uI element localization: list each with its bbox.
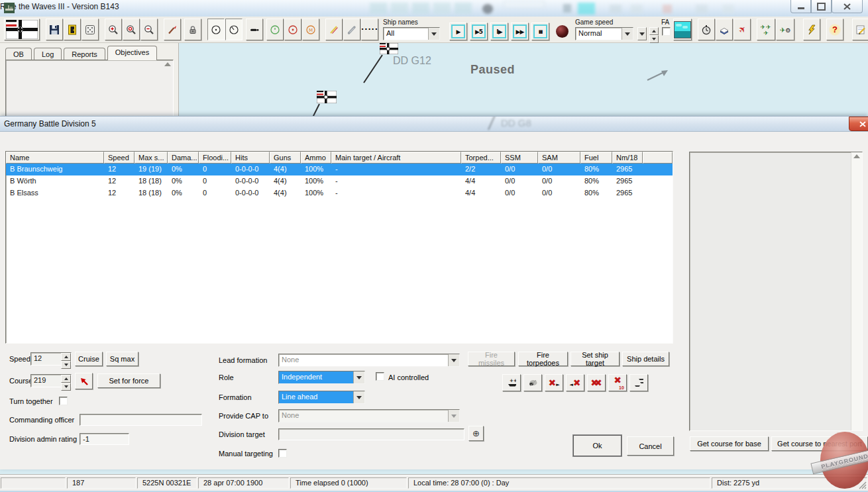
aircraft-climb-button[interactable]: ✈	[733, 19, 751, 40]
range-circle-button[interactable]	[207, 19, 225, 40]
tab-objectives[interactable]: Objectives	[107, 46, 157, 60]
step-up-button[interactable]	[649, 27, 659, 35]
cruise-button[interactable]: Cruise	[75, 352, 103, 366]
save-button[interactable]	[46, 19, 63, 40]
speed-down-button[interactable]	[61, 361, 71, 369]
range-circle-tick-button[interactable]	[225, 19, 243, 40]
tab-log[interactable]: Log	[34, 48, 62, 60]
paintbrush-button[interactable]	[164, 19, 181, 40]
dropdown-button[interactable]	[353, 371, 364, 383]
dotted-track-button[interactable]: .....	[361, 19, 378, 40]
column-header[interactable]: Nm/18	[612, 152, 643, 164]
speed-up-button[interactable]	[61, 353, 71, 361]
ai-controlled-checkbox[interactable]	[376, 372, 384, 381]
ship-names-select[interactable]: All	[383, 27, 440, 40]
column-header[interactable]: Floodi...	[199, 152, 231, 164]
ship-row[interactable]: B Elsass1218 (18)0%00-0-0-04(4)100%-4/40…	[6, 187, 673, 199]
dropdown-button[interactable]	[622, 28, 633, 40]
column-header[interactable]: Fuel	[580, 152, 612, 164]
turn-together-checkbox[interactable]	[59, 397, 68, 405]
formation-select[interactable]: Line ahead	[278, 391, 365, 404]
detach-all-button[interactable]: ✖✖	[587, 374, 606, 391]
speed-stepper[interactable]	[649, 27, 659, 40]
torpedo-marker-button[interactable]	[246, 19, 263, 40]
scrollbar[interactable]	[851, 152, 862, 430]
scroll-up-icon[interactable]	[164, 62, 171, 66]
play-button[interactable]: ▶	[449, 23, 467, 40]
nation-flag-button[interactable]	[4, 19, 40, 40]
column-header[interactable]: Guns	[270, 152, 301, 164]
course-down-button[interactable]	[61, 383, 71, 391]
course-spinner[interactable]: 219	[30, 374, 72, 387]
column-header[interactable]: Dama...	[168, 152, 199, 164]
aircraft-settings-button[interactable]: ✈⚙	[776, 19, 794, 40]
zoom-reset-button[interactable]	[123, 19, 140, 40]
ok-button[interactable]: Ok	[573, 435, 622, 456]
step-down-button[interactable]	[649, 35, 659, 43]
column-header[interactable]: SAM	[538, 152, 580, 164]
role-select[interactable]: Independent	[278, 371, 365, 384]
exit-door-button[interactable]	[64, 19, 81, 40]
game-speed-select[interactable]: Normal	[575, 27, 633, 40]
dropdown-button[interactable]	[428, 28, 439, 40]
dice-button[interactable]	[81, 19, 99, 40]
close-button[interactable]	[832, 0, 863, 13]
shell-splash-button[interactable]	[325, 19, 343, 40]
titlebar[interactable]: Rule the Waves III - Version B143	[0, 0, 868, 17]
detail-list-panel[interactable]	[689, 152, 863, 431]
get-course-to-nearest-port-button[interactable]: Get course to nearest port	[771, 436, 868, 451]
tab-ob[interactable]: OB	[5, 48, 32, 60]
ship-row[interactable]: B Braunschweig1219 (19)0%00-0-0-04(4)100…	[6, 164, 673, 175]
division-target-field[interactable]	[278, 428, 464, 440]
ship-details-button[interactable]: Ship details	[622, 352, 669, 366]
sea-view-button[interactable]	[673, 19, 692, 40]
commanding-officer-field[interactable]	[80, 414, 202, 426]
play-fast-button[interactable]: ▶▶	[511, 23, 529, 40]
manual-targeting-checkbox[interactable]	[278, 449, 287, 458]
stopwatch-button[interactable]	[698, 19, 715, 40]
fa-checkbox[interactable]	[662, 27, 671, 36]
notes-button[interactable]	[852, 19, 868, 40]
air-strike-button[interactable]	[803, 19, 820, 40]
column-header[interactable]: Ammo	[301, 152, 331, 164]
lead-formation-select[interactable]: None	[278, 354, 460, 367]
play-5-button[interactable]: ▶5	[470, 23, 488, 40]
column-header[interactable]: Torped...	[461, 152, 501, 164]
set-course-arrow-button[interactable]	[75, 373, 93, 389]
maximize-button[interactable]	[811, 0, 832, 13]
ship-marker-dd-g12[interactable]: DD G12	[361, 43, 447, 89]
resize-grip[interactable]	[858, 481, 867, 489]
division-admin-rating-field[interactable]: -1	[80, 433, 129, 445]
log-book-button[interactable]	[716, 19, 733, 40]
scroll-up-icon[interactable]	[853, 154, 860, 158]
torpedo-track-button[interactable]	[343, 19, 360, 40]
column-header[interactable]: Max s...	[135, 152, 168, 164]
lock-button[interactable]	[184, 19, 201, 40]
set-for-force-button[interactable]: Set for force	[97, 373, 160, 388]
dropdown-button[interactable]	[353, 391, 364, 403]
zoom-out-button[interactable]	[140, 19, 158, 40]
dialog-titlebar[interactable]: DD G8 Germany Battle Division 5	[0, 117, 868, 132]
ship-row[interactable]: B Wörth1218 (18)0%00-0-0-04(4)100%-4/40/…	[6, 175, 673, 187]
red-target-button[interactable]	[284, 19, 301, 40]
green-range-button[interactable]	[266, 19, 284, 40]
get-course-for-base-button[interactable]: Get course for base	[690, 436, 769, 451]
column-header[interactable]: Hits	[231, 152, 270, 164]
missile-range-button[interactable]: M	[302, 19, 319, 40]
speed-spinner[interactable]: 12	[30, 352, 72, 366]
dialog-close-button[interactable]	[849, 117, 868, 131]
add-ship-button[interactable]: ++	[502, 374, 521, 391]
speed-dropdown-button[interactable]	[637, 27, 647, 40]
fire-torpedoes-button[interactable]: Fire torpedoes	[518, 352, 568, 366]
pick-target-button[interactable]: ⊕	[468, 426, 484, 441]
course-up-button[interactable]	[61, 375, 71, 383]
pause-button[interactable]: ▮▮	[531, 23, 549, 40]
detach-division-button[interactable]: ◄✖	[566, 374, 584, 391]
help-button[interactable]: ?	[826, 19, 843, 40]
detach-10-button[interactable]: ✖ 10	[608, 374, 627, 391]
detach-ship-button[interactable]: ✖►	[545, 374, 563, 391]
play-step-button[interactable]: I▶	[490, 23, 508, 40]
dropdown-button[interactable]	[448, 354, 459, 366]
objectives-list[interactable]	[5, 60, 174, 124]
sq-max-button[interactable]: Sq max	[106, 352, 138, 366]
